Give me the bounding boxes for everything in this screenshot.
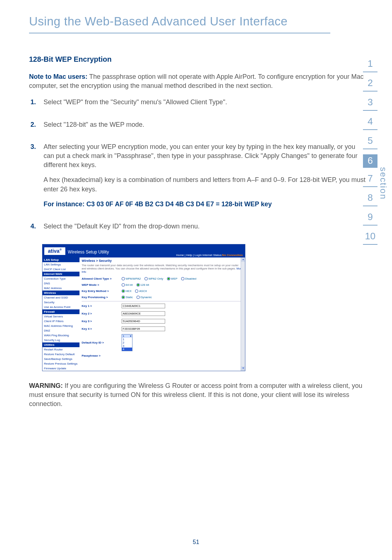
sidebar-group: Internet WAN: [42, 272, 79, 276]
router-screenshot: ativa® Wireless Setup Utility Home | Hel…: [42, 244, 245, 371]
radio-64-bit[interactable]: 64 bit: [122, 283, 133, 287]
wep-key-input[interactable]: [122, 319, 165, 324]
security-description: The router can transmit your data secure…: [82, 264, 243, 273]
sidebar-item[interactable]: Channel and SSID: [42, 295, 79, 300]
sidebar-item[interactable]: Restart Router: [42, 347, 79, 352]
section-heading: 128-Bit WEP Encryption: [29, 55, 367, 64]
scroll-down-arrow-icon[interactable]: [241, 366, 245, 371]
section-tab-6[interactable]: 6: [363, 154, 377, 168]
note-label: Note to Mac users:: [29, 73, 87, 80]
key-label: Key 1 >: [82, 304, 122, 308]
step-text: Select the "Default Key ID" from the dro…: [44, 222, 367, 231]
sidebar-item[interactable]: Connection Type: [42, 276, 79, 281]
step-text: Select "WEP" from the "Security" menu's …: [44, 98, 367, 107]
sidebar-item[interactable]: WAN Ping Blocking: [42, 333, 79, 338]
sidebar-group: LAN Setup: [42, 257, 79, 262]
default-key-label: Default Key ID >: [82, 341, 122, 344]
radio-128-bit[interactable]: 128 bit: [136, 283, 149, 287]
step-item: 2.Select "128-bit" as the WEP mode.: [30, 120, 367, 135]
sidebar-item[interactable]: DHCP Client List: [42, 267, 79, 272]
wep-key-example: For instance: C3 03 0F AF 0F 4B B2 C3 D4…: [44, 200, 367, 209]
section-tab-9[interactable]: 9: [363, 211, 377, 226]
step-item: 4.Select the "Default Key ID" from the d…: [30, 222, 367, 237]
warning-label: WARNING:: [29, 382, 63, 389]
radio-ascii[interactable]: ASCII: [135, 289, 147, 293]
breadcrumb: Wireless > Security: [82, 259, 243, 263]
wep-key-input[interactable]: [122, 326, 165, 331]
step-body: Select "WEP" from the "Security" menu's …: [44, 98, 367, 113]
step-body: Select the "Default Key ID" from the dro…: [44, 222, 367, 237]
section-tab-4[interactable]: 4: [363, 116, 377, 130]
router-topbar: ativa® Wireless Setup Utility Home | Hel…: [42, 244, 245, 257]
step-number: 3.: [30, 142, 44, 215]
key-prov-label: Key Provisioning >: [82, 296, 122, 299]
step-body: Select "128-bit" as the WEP mode.: [44, 120, 367, 135]
radio-disabled[interactable]: Disabled: [181, 277, 196, 280]
page-title: Using the Web-Based Advanced User Interf…: [29, 15, 330, 33]
top-nav-links[interactable]: Home | Help | Login Internet Status:No C…: [176, 253, 243, 257]
passphrase-label: Passphrase >: [82, 354, 122, 357]
router-content: Wireless > Security The router can trans…: [79, 257, 245, 371]
sidebar-item[interactable]: Firmware Update: [42, 366, 79, 371]
scroll-up-arrow-icon[interactable]: [241, 257, 245, 262]
key-label: Key 2 >: [82, 312, 122, 315]
step-number: 4.: [30, 222, 44, 237]
section-tab-5[interactable]: 5: [363, 135, 377, 149]
sidebar-item[interactable]: MAC Address Filtering: [42, 324, 79, 328]
brand-logo: ativa®: [44, 247, 66, 255]
radio-static[interactable]: Static: [122, 296, 133, 299]
section-tab-8[interactable]: 8: [363, 192, 377, 206]
section-label: section: [378, 167, 388, 200]
sidebar-item[interactable]: Client IP Filters: [42, 319, 79, 324]
sidebar-group: Firewall: [42, 309, 79, 314]
step-text: Select "128-bit" as the WEP mode.: [44, 120, 367, 129]
sidebar-item[interactable]: Save/Backup Settings: [42, 357, 79, 361]
sidebar-item[interactable]: Restore Previous Settings: [42, 361, 79, 366]
step-text: After selecting your WEP encryption mode…: [44, 142, 367, 170]
radio-wpa2-only[interactable]: WPA2 Only: [144, 277, 163, 280]
section-tab-1[interactable]: 1: [363, 58, 377, 72]
sidebar-item[interactable]: Security: [42, 300, 79, 305]
utility-title: Wireless Setup Utility: [68, 249, 109, 255]
step-item: 3.After selecting your WEP encryption mo…: [30, 142, 367, 215]
warning-text: If you are configuring the Wireless G Ro…: [29, 382, 362, 407]
sidebar-item[interactable]: MAC Address: [42, 286, 79, 291]
key-method-label: Key Entry Method >: [82, 289, 122, 293]
sidebar-group: Utilities: [42, 342, 79, 347]
internet-status-value: No Connection: [222, 253, 243, 257]
step-text: A hex (hexadecimal) key is a combination…: [44, 175, 367, 194]
sidebar-item[interactable]: Use as Access Point: [42, 305, 79, 309]
dropdown-option[interactable]: 3: [122, 344, 132, 348]
step-number: 2.: [30, 120, 44, 135]
step-number: 1.: [30, 98, 44, 113]
section-tab-2[interactable]: 2: [363, 77, 377, 92]
sidebar-item[interactable]: Restore Factory Default: [42, 352, 79, 357]
radio-wep[interactable]: WEP: [167, 277, 177, 280]
dropdown-option[interactable]: 1: [122, 338, 132, 341]
radio-dynamic[interactable]: Dynamic: [136, 296, 152, 299]
sidebar-item[interactable]: DMZ: [42, 328, 79, 333]
section-tabs: 12345678910: [363, 58, 377, 245]
section-tab-7[interactable]: 7: [363, 173, 377, 187]
section-tab-10[interactable]: 10: [363, 231, 377, 245]
sidebar-item[interactable]: Virtual Servers: [42, 314, 79, 319]
client-type-label: Allowed Client Type >: [82, 277, 122, 280]
radio-wpa/wpa2[interactable]: WPA/WPA2: [122, 277, 141, 280]
mac-note-paragraph: Note to Mac users: The passphrase option…: [29, 72, 367, 90]
wep-key-input[interactable]: [122, 311, 165, 316]
dropdown-option[interactable]: 4: [122, 348, 132, 351]
sidebar-item[interactable]: DNS: [42, 281, 79, 286]
steps-list: 1.Select "WEP" from the "Security" menu'…: [30, 98, 367, 237]
scrollbar[interactable]: [241, 257, 245, 371]
sidebar-item[interactable]: LAN Settings: [42, 262, 79, 267]
sidebar-item[interactable]: Security Log: [42, 338, 79, 342]
wep-key-input[interactable]: [122, 304, 165, 308]
more-info-link[interactable]: More Info: [82, 267, 243, 273]
step-body: After selecting your WEP encryption mode…: [44, 142, 367, 215]
radio-hex[interactable]: HEX: [122, 289, 131, 293]
dropdown-option[interactable]: 2: [122, 341, 132, 344]
key-label: Key 4 >: [82, 327, 122, 330]
page-number: 51: [0, 539, 392, 545]
section-tab-3[interactable]: 3: [363, 97, 377, 111]
default-key-dropdown[interactable]: 1▾ 1234: [122, 334, 132, 351]
